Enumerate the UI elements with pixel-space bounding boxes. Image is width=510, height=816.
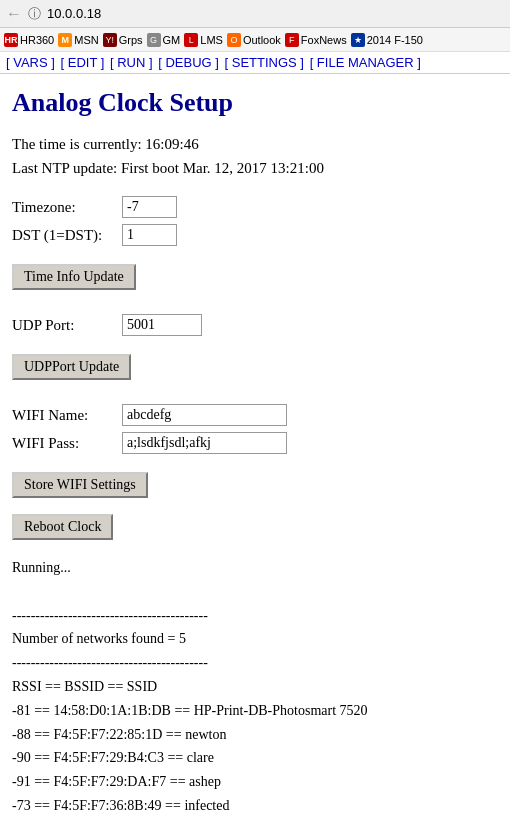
udp-port-update-button[interactable]: UDPPort Update xyxy=(12,354,131,380)
wifi-name-label: WIFI Name: xyxy=(12,407,122,424)
back-icon[interactable]: ← xyxy=(6,5,22,23)
outlook-icon: O xyxy=(227,33,241,47)
wifi-name-input[interactable] xyxy=(122,404,287,426)
bookmark-hr360-label: HR360 xyxy=(20,34,54,46)
bookmark-gm-label: GM xyxy=(163,34,181,46)
bookmark-outlook[interactable]: O Outlook xyxy=(227,33,281,47)
bookmarks-bar: HR HR360 M MSN Y! Grps G GM L LMS O Outl… xyxy=(0,28,510,52)
bookmark-foxnews[interactable]: F FoxNews xyxy=(285,33,347,47)
wifi-name-row: WIFI Name: xyxy=(12,404,498,426)
nav-bar: [ VARS ] [ EDIT ] [ RUN ] [ DEBUG ] [ SE… xyxy=(0,52,510,74)
dst-row: DST (1=DST): xyxy=(12,224,498,246)
store-wifi-button[interactable]: Store WIFI Settings xyxy=(12,472,148,498)
wifi-section: WIFI Name: WIFI Pass: xyxy=(12,404,498,454)
time-info-update-button[interactable]: Time Info Update xyxy=(12,264,136,290)
gm-icon: G xyxy=(147,33,161,47)
wifi-pass-label: WIFI Pass: xyxy=(12,435,122,452)
ford-icon: ★ xyxy=(351,33,365,47)
bookmark-gm[interactable]: G GM xyxy=(147,33,181,47)
dst-label: DST (1=DST): xyxy=(12,227,122,244)
foxnews-icon: F xyxy=(285,33,299,47)
output-text: Running... -----------------------------… xyxy=(12,556,498,816)
bookmark-lms-label: LMS xyxy=(200,34,223,46)
timezone-section: Timezone: DST (1=DST): xyxy=(12,196,498,246)
address-bar: ← ⓘ 10.0.0.18 xyxy=(0,0,510,28)
udp-section: UDP Port: xyxy=(12,314,498,336)
lms-icon: L xyxy=(184,33,198,47)
timezone-label: Timezone: xyxy=(12,199,122,216)
msn-icon: M xyxy=(58,33,72,47)
main-content: Analog Clock Setup The time is currently… xyxy=(0,74,510,816)
wifi-pass-input[interactable] xyxy=(122,432,287,454)
reboot-clock-button[interactable]: Reboot Clock xyxy=(12,514,113,540)
page-title: Analog Clock Setup xyxy=(12,88,498,118)
wifi-pass-row: WIFI Pass: xyxy=(12,432,498,454)
bookmark-grps-label: Grps xyxy=(119,34,143,46)
bookmark-ford-label: 2014 F-150 xyxy=(367,34,423,46)
hr360-icon: HR xyxy=(4,33,18,47)
bookmark-ford[interactable]: ★ 2014 F-150 xyxy=(351,33,423,47)
nav-vars[interactable]: [ VARS ] xyxy=(6,55,55,70)
dst-input[interactable] xyxy=(122,224,177,246)
bookmark-hr360[interactable]: HR HR360 xyxy=(4,33,54,47)
nav-debug[interactable]: [ DEBUG ] xyxy=(158,55,219,70)
timezone-row: Timezone: xyxy=(12,196,498,218)
bookmark-outlook-label: Outlook xyxy=(243,34,281,46)
grps-icon: Y! xyxy=(103,33,117,47)
ntp-update-label: Last NTP update: First boot Mar. 12, 201… xyxy=(12,156,498,180)
bookmark-foxnews-label: FoxNews xyxy=(301,34,347,46)
bookmark-lms[interactable]: L LMS xyxy=(184,33,223,47)
bookmark-msn-label: MSN xyxy=(74,34,98,46)
udp-port-input[interactable] xyxy=(122,314,202,336)
info-icon: ⓘ xyxy=(28,5,41,23)
bookmark-msn[interactable]: M MSN xyxy=(58,33,98,47)
nav-file-manager[interactable]: [ FILE MANAGER ] xyxy=(310,55,421,70)
nav-run[interactable]: [ RUN ] xyxy=(110,55,153,70)
time-info-section: The time is currently: 16:09:46 Last NTP… xyxy=(12,132,498,180)
timezone-input[interactable] xyxy=(122,196,177,218)
nav-settings[interactable]: [ SETTINGS ] xyxy=(225,55,304,70)
url-display[interactable]: 10.0.0.18 xyxy=(47,6,101,21)
current-time-label: The time is currently: 16:09:46 xyxy=(12,132,498,156)
udp-port-row: UDP Port: xyxy=(12,314,498,336)
bookmark-grps[interactable]: Y! Grps xyxy=(103,33,143,47)
nav-edit[interactable]: [ EDIT ] xyxy=(61,55,105,70)
udp-port-label: UDP Port: xyxy=(12,317,122,334)
